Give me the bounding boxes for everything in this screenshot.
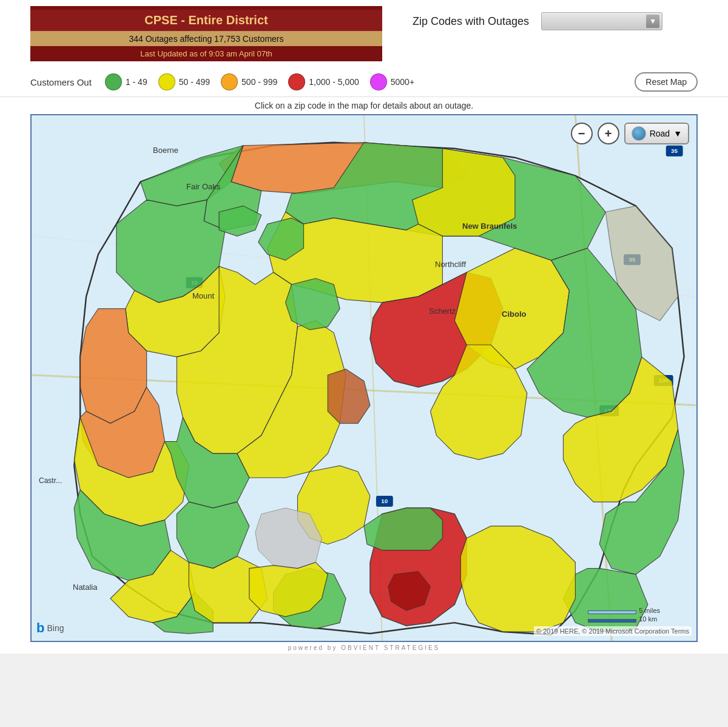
legend-item-500-999: 500 - 999 (221, 73, 277, 90)
top-section: CPSE - Entire District 344 Outages affec… (0, 0, 728, 67)
bing-label: Bing (47, 623, 64, 633)
legend-label-50-499: 50 - 499 (179, 77, 210, 87)
legend-item-50-499: 50 - 499 (158, 73, 210, 90)
svg-text:35: 35 (671, 147, 678, 154)
map-svg[interactable]: 10 35 35 130 130 10 (32, 115, 696, 641)
legend-color-red (288, 73, 305, 90)
powered-by-footer: powered by OBVIENT STRATEGIES (0, 642, 728, 654)
customers-out-label: Customers Out (30, 77, 92, 87)
instruction-row: Click on a zip code in the map for detai… (0, 97, 728, 114)
svg-text:10: 10 (381, 498, 388, 504)
page-wrapper: CPSE - Entire District 344 Outages affec… (0, 0, 728, 654)
map-type-button[interactable]: Road ▼ (624, 123, 689, 144)
legend-color-magenta (370, 73, 387, 90)
attribution-text: © 2019 HERE, © 2019 Microsoft Corporatio… (536, 627, 689, 635)
scale-10km-label: 10 km (639, 615, 657, 623)
legend-item-1000-5000: 1,000 - 5,000 (288, 73, 359, 90)
zip-codes-label: Zip Codes with Outages (413, 15, 529, 28)
zip-codes-panel: Zip Codes with Outages ▼ (394, 6, 698, 36)
legend-color-yellow (158, 73, 175, 90)
legend-item-1-49: 1 - 49 (105, 73, 147, 90)
legend-row: Customers Out 1 - 49 50 - 499 500 - 999 … (0, 67, 728, 97)
header-subtitle: 344 Outages affecting 17,753 Customers (30, 32, 382, 46)
scale-5mi-label: 5 miles (639, 607, 660, 614)
map-type-label: Road (650, 129, 670, 138)
map-controls: − + Road ▼ (571, 123, 689, 144)
bing-icon: b (36, 620, 44, 636)
legend-color-green (105, 73, 122, 90)
header-title: CPSE - Entire District (30, 10, 382, 32)
attribution: © 2019 HERE, © 2019 Microsoft Corporatio… (534, 626, 692, 636)
bing-logo: b Bing (36, 620, 64, 636)
chevron-down-icon: ▼ (646, 15, 659, 28)
scale-bar: 5 miles 10 km (588, 607, 660, 623)
powered-by-text: powered by OBVIENT STRATEGIES (288, 644, 440, 651)
legend-color-orange (221, 73, 238, 90)
legend-label-500-999: 500 - 999 (241, 77, 277, 87)
map-type-chevron-icon: ▼ (673, 129, 682, 138)
header-updated: Last Updated as of 9:03 am April 07th (30, 46, 382, 61)
legend-label-1000-5000: 1,000 - 5,000 (309, 77, 359, 87)
zoom-in-button[interactable]: + (598, 123, 619, 144)
legend-label-1-49: 1 - 49 (126, 77, 147, 87)
zip-dropdown[interactable]: ▼ (541, 12, 662, 30)
zoom-out-button[interactable]: − (571, 123, 593, 144)
reset-map-button[interactable]: Reset Map (635, 72, 698, 92)
map-container[interactable]: 10 35 35 130 130 10 (30, 114, 698, 642)
legend-item-5000plus: 5000+ (370, 73, 414, 90)
header-panel: CPSE - Entire District 344 Outages affec… (30, 6, 382, 61)
map-instruction-text: Click on a zip code in the map for detai… (255, 101, 473, 110)
map-type-icon (632, 126, 646, 141)
legend-label-5000plus: 5000+ (391, 77, 414, 87)
